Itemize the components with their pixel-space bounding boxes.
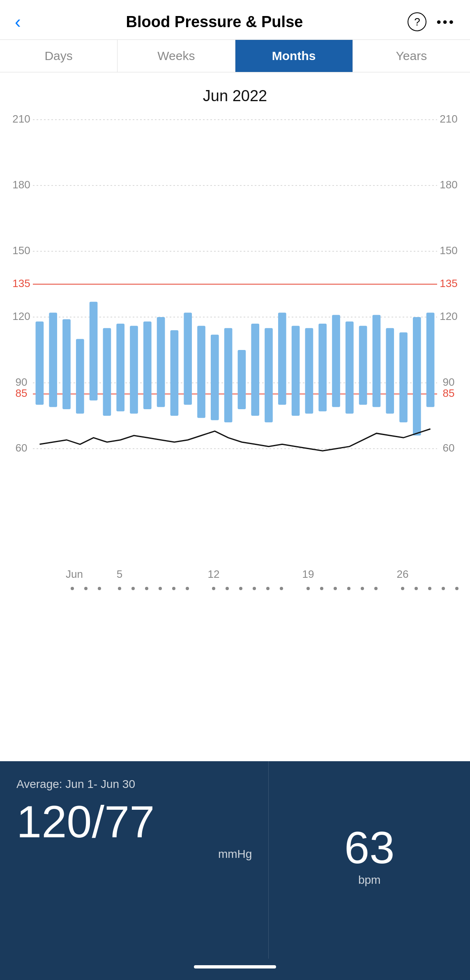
svg-point-18 (347, 587, 350, 590)
svg-point-0 (71, 587, 74, 590)
x-label-5: 5 (117, 568, 122, 580)
stats-pulse-unit: bpm (358, 873, 380, 887)
svg-point-2 (98, 587, 101, 590)
home-indicator (194, 965, 276, 968)
tab-bar: Days Weeks Months Years (0, 39, 470, 72)
back-button[interactable]: ‹ (15, 12, 39, 32)
chart-bars-svg (0, 113, 470, 565)
pulse-line (39, 429, 430, 451)
svg-point-19 (361, 587, 364, 590)
svg-point-10 (226, 587, 229, 590)
svg-point-6 (159, 587, 162, 590)
x-axis-svg: Jun 5 12 19 26 (66, 565, 470, 598)
bar-day-2[interactable] (49, 313, 57, 407)
svg-point-15 (306, 587, 310, 590)
bar-day-20[interactable] (292, 326, 300, 416)
bar-day-29[interactable] (413, 317, 421, 436)
tab-years[interactable]: Years (353, 40, 470, 72)
tab-weeks[interactable]: Weeks (118, 40, 235, 72)
svg-point-17 (334, 587, 337, 590)
chart-title: Jun 2022 (0, 72, 470, 113)
stats-bp-value: 120/77 (16, 799, 154, 844)
x-label-12: 12 (208, 568, 220, 580)
x-label-26: 26 (397, 568, 409, 580)
stats-panel: Average: Jun 1- Jun 30 120/77 mmHg 63 bp… (0, 761, 470, 959)
bar-day-6[interactable] (103, 328, 111, 416)
bar-day-3[interactable] (62, 319, 71, 409)
svg-point-7 (172, 587, 175, 590)
bar-day-22[interactable] (318, 324, 327, 411)
bar-day-14[interactable] (211, 335, 219, 420)
bar-day-15[interactable] (224, 328, 233, 422)
svg-point-21 (401, 587, 404, 590)
stats-pulse-value: 63 (344, 825, 394, 870)
page-title: Blood Pressure & Pulse (39, 13, 389, 31)
svg-point-1 (84, 587, 88, 590)
bar-day-21[interactable] (305, 328, 313, 414)
svg-point-11 (239, 587, 242, 590)
bar-day-13[interactable] (197, 326, 205, 418)
bar-day-4[interactable] (76, 339, 84, 413)
bar-day-24[interactable] (346, 322, 354, 414)
header: ‹ Blood Pressure & Pulse ? ••• (0, 0, 470, 39)
page: ‹ Blood Pressure & Pulse ? ••• Days Week… (0, 0, 470, 980)
svg-point-12 (253, 587, 256, 590)
help-button[interactable]: ? (408, 12, 426, 31)
stats-right: 63 bpm (269, 761, 470, 959)
svg-point-23 (428, 587, 431, 590)
bar-day-7[interactable] (116, 324, 124, 411)
home-indicator-area (0, 959, 470, 980)
more-button[interactable]: ••• (436, 14, 455, 30)
bar-day-10[interactable] (157, 317, 165, 407)
bar-day-11[interactable] (170, 330, 179, 416)
stats-left: Average: Jun 1- Jun 30 120/77 mmHg (0, 761, 269, 959)
bar-day-30[interactable] (426, 313, 435, 407)
svg-point-20 (374, 587, 378, 590)
stats-bp-unit: mmHg (16, 848, 252, 861)
bar-day-8[interactable] (130, 326, 138, 413)
x-label-jun: Jun (66, 568, 83, 580)
bar-day-26[interactable] (373, 315, 381, 407)
svg-point-5 (145, 587, 148, 590)
svg-point-8 (186, 587, 189, 590)
svg-point-4 (131, 587, 135, 590)
bar-day-16[interactable] (238, 350, 246, 409)
bar-day-28[interactable] (399, 332, 408, 422)
x-axis: Jun 5 12 19 26 (0, 565, 470, 598)
tab-months[interactable]: Months (235, 40, 353, 72)
tab-days[interactable]: Days (0, 40, 118, 72)
bar-day-17[interactable] (251, 324, 259, 416)
svg-point-9 (212, 587, 215, 590)
svg-point-25 (455, 587, 458, 590)
bar-day-1[interactable] (36, 322, 44, 405)
svg-point-16 (320, 587, 323, 590)
bar-day-19[interactable] (278, 313, 286, 405)
svg-point-13 (266, 587, 270, 590)
bar-day-23[interactable] (332, 315, 340, 407)
svg-point-22 (415, 587, 418, 590)
bar-day-5[interactable] (90, 302, 98, 401)
bar-day-27[interactable] (386, 328, 394, 414)
svg-point-14 (280, 587, 283, 590)
bar-day-25[interactable] (359, 326, 367, 405)
bar-day-12[interactable] (184, 313, 192, 405)
header-actions: ? ••• (389, 12, 455, 31)
stats-period-label: Average: Jun 1- Jun 30 (16, 778, 252, 791)
bar-day-9[interactable] (143, 322, 152, 409)
bar-day-18[interactable] (265, 328, 273, 422)
x-label-19: 19 (302, 568, 314, 580)
svg-point-3 (118, 587, 121, 590)
svg-point-24 (442, 587, 445, 590)
chart-area: 210 180 150 135 120 90 85 60 210 180 150… (0, 113, 470, 565)
